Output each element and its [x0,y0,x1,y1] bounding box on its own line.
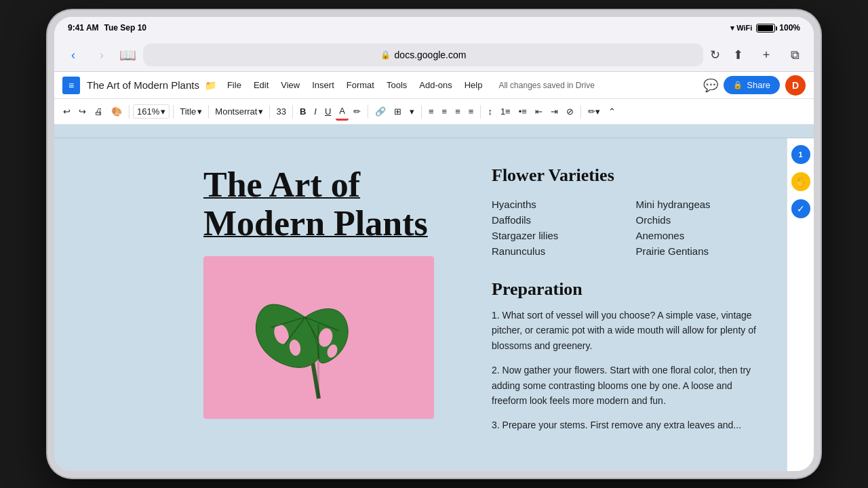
zoom-value: 161% [137,106,159,117]
prep-para-1: 1. What sort of vessel will you choose? … [492,308,760,353]
menu-format[interactable]: Format [341,77,380,93]
doc-menu: File Edit View Insert Format Tools Add-o… [222,77,488,93]
sidebar-check-icon[interactable]: ✓ [791,199,810,218]
battery-percent: 100% [779,23,800,33]
ipad-screen: 9:41 AM Tue Sep 10 ▾ WiFi 100% ‹ › 📖 🔒 d… [54,17,814,471]
menu-help[interactable]: Help [459,77,488,93]
folder-icon[interactable]: 📁 [205,80,216,91]
battery-icon [756,24,775,33]
separator-2 [173,105,174,119]
separator-7 [421,105,422,119]
zoom-chevron: ▾ [161,106,165,117]
align-left-button[interactable]: ≡ [425,104,437,119]
style-dropdown[interactable]: Title ▾ [177,105,205,118]
doc-title[interactable]: The Art of Modern Plants [87,79,199,91]
time-display: 9:41 AM [68,23,99,33]
flower-item-6: Orchids [636,212,760,228]
prep-para-3: 3. Prepare your stems. First remove any … [492,418,760,432]
browser-chrome: ‹ › 📖 🔒 docs.google.com ↻ ⬆ + ⧉ [54,39,814,72]
menu-view[interactable]: View [275,77,305,93]
share-label: Share [747,80,770,90]
bookmarks-icon[interactable]: 📖 [119,47,136,63]
doc-content[interactable]: The Art of Modern Plants [176,138,787,471]
font-chevron: ▾ [258,106,263,117]
sidebar-suggestion-icon[interactable]: ✋ [791,172,810,191]
separator-8 [480,105,481,119]
text-color-button[interactable]: A [336,103,349,121]
menu-file[interactable]: File [222,77,247,93]
link-button[interactable]: 🔗 [372,104,389,119]
plant-image [203,256,434,419]
indent-more-button[interactable]: ⇥ [547,104,561,119]
prep-para-2: 2. Now gather your flowers. Start with o… [492,363,760,408]
line-spacing-button[interactable]: ↕ [484,104,496,119]
font-size-value: 33 [276,106,285,117]
flower-varieties-heading: Flower Varieties [492,165,760,186]
reload-button[interactable]: ↻ [710,47,720,62]
style-chevron: ▾ [197,106,202,117]
redo-button[interactable]: ↪ [75,104,90,119]
tabs-button[interactable]: ⧉ [784,44,806,66]
undo-button[interactable]: ↩ [60,104,74,119]
page-layout: The Art of Modern Plants [183,152,780,456]
autosave-status: All changes saved in Drive [498,81,594,90]
menu-insert[interactable]: Insert [307,77,340,93]
collapse-button[interactable]: ⌃ [605,104,619,119]
editing-mode-button[interactable]: ✏▾ [585,104,604,119]
separator-5 [292,105,293,119]
user-avatar[interactable]: D [785,75,806,96]
forward-button[interactable]: › [91,44,113,66]
style-value: Title [180,106,196,117]
doc-page: The Art of Modern Plants [183,152,780,458]
align-right-button[interactable]: ≡ [452,104,464,119]
image-button[interactable]: ⊞ [391,104,405,119]
add-tab-button[interactable]: + [755,44,777,66]
back-button[interactable]: ‹ [62,44,84,66]
numbered-list-button[interactable]: 1≡ [497,104,514,119]
highlight-button[interactable]: ✏ [350,104,364,119]
share-docs-button[interactable]: 🔒 Share [724,76,780,94]
bullet-list-button[interactable]: •≡ [515,104,530,119]
indent-less-button[interactable]: ⇤ [532,104,546,119]
comment-button[interactable]: 💬 [703,78,718,93]
docs-top-right: 💬 🔒 Share D [703,75,806,96]
wifi-icon: ▾ WiFi [730,24,752,33]
menu-addons[interactable]: Add-ons [414,77,457,93]
align-justify-button[interactable]: ≡ [465,104,477,119]
separator-6 [368,105,368,119]
sidebar-comments-count[interactable]: 1 [791,145,810,164]
ruler [54,125,814,138]
address-bar[interactable]: 🔒 docs.google.com [143,43,703,66]
doc-main-title[interactable]: The Art of Modern Plants [203,165,471,243]
url-text: docs.google.com [395,49,467,60]
separator-9 [580,105,581,119]
italic-button[interactable]: I [311,104,320,119]
more-button[interactable]: ▾ [406,104,418,119]
menu-edit[interactable]: Edit [248,77,274,93]
lock-icon: 🔒 [380,50,391,60]
date-display: Tue Sep 10 [104,23,146,33]
font-dropdown[interactable]: Montserrat ▾ [212,105,266,118]
share-lock-icon: 🔒 [733,81,743,89]
bold-button[interactable]: B [296,104,309,119]
docs-logo: ≡ [62,77,80,94]
flower-item-2: Daffodils [492,212,616,228]
svg-rect-4 [317,324,319,399]
align-center-button[interactable]: ≡ [439,104,451,119]
left-column: The Art of Modern Plants [203,165,471,443]
monstera-svg [244,270,393,405]
menu-tools[interactable]: Tools [381,77,412,93]
right-column: Flower Varieties Hyacinths Daffodils Sta… [492,165,760,443]
zoom-control[interactable]: 161% ▾ [133,104,170,119]
flower-item-7: Anemones [636,228,760,243]
paint-format-button[interactable]: 🎨 [108,104,125,119]
flower-varieties-grid: Hyacinths Daffodils Stargazer lilies Ran… [492,197,760,259]
underline-button[interactable]: U [321,104,334,119]
share-button[interactable]: ⬆ [727,44,749,66]
clear-format-button[interactable]: ⊘ [563,104,577,119]
comments-sidebar: 1 ✋ ✓ [787,138,814,471]
font-size-dropdown[interactable]: 33 [273,105,288,118]
flower-item-5: Mini hydrangeas [636,197,760,212]
flower-item-1: Hyacinths [492,197,616,212]
print-button[interactable]: 🖨 [91,104,106,119]
